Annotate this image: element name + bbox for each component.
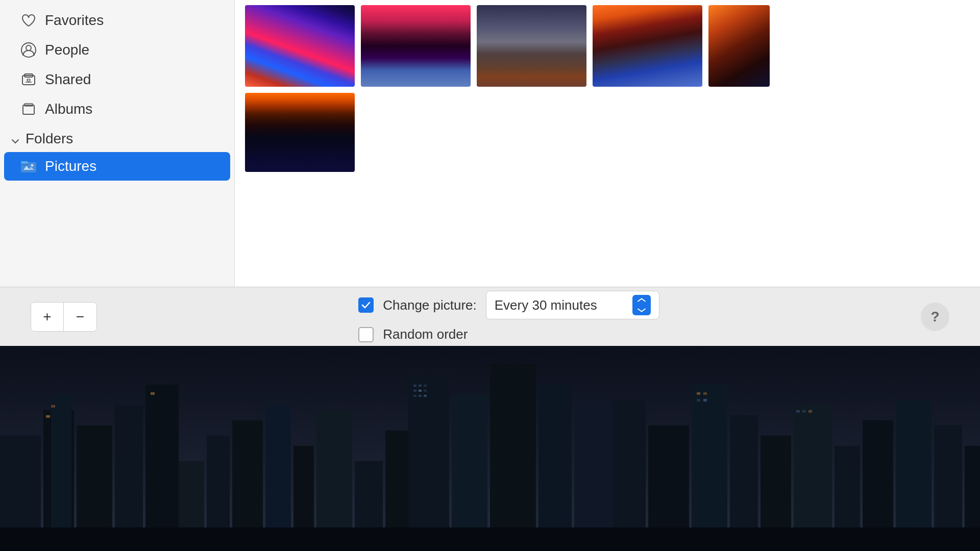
svg-rect-37 — [413, 385, 416, 387]
sidebar: Favorites People — [0, 0, 235, 287]
dropdown-arrows-icon — [632, 295, 651, 315]
top-panel: Favorites People — [0, 0, 980, 287]
svg-rect-61 — [796, 410, 800, 413]
person-circle-icon — [19, 41, 38, 59]
svg-rect-38 — [419, 385, 422, 387]
svg-rect-48 — [692, 385, 727, 551]
sidebar-item-favorites[interactable]: Favorites — [4, 6, 230, 35]
change-picture-row: Change picture: Every 30 minutes — [358, 291, 659, 319]
shared-icon — [19, 70, 38, 89]
change-picture-checkbox[interactable] — [358, 297, 374, 313]
svg-rect-20 — [145, 385, 179, 551]
photo-grid — [235, 0, 980, 287]
random-order-row: Random order — [358, 327, 659, 342]
add-button[interactable]: + — [31, 303, 64, 331]
sidebar-label-favorites: Favorites — [45, 12, 104, 29]
bottom-toolbar: + − Change picture: Every 30 minutes — [0, 287, 980, 346]
folders-label: Folders — [26, 131, 73, 147]
main-container: Favorites People — [0, 0, 980, 551]
svg-rect-23 — [151, 392, 155, 395]
svg-rect-65 — [0, 548, 980, 551]
pictures-folder-icon — [19, 157, 38, 176]
interval-dropdown[interactable]: Every 30 minutes — [486, 291, 659, 319]
chevron-down-icon — [10, 134, 20, 144]
svg-rect-40 — [413, 390, 416, 392]
svg-rect-35 — [538, 385, 572, 551]
change-picture-section: Change picture: Every 30 minutes — [358, 291, 659, 342]
svg-rect-10 — [21, 161, 28, 164]
svg-point-1 — [26, 45, 31, 51]
city-skyline-svg — [0, 346, 980, 551]
svg-rect-45 — [424, 395, 427, 397]
svg-rect-22 — [51, 405, 55, 408]
svg-point-4 — [27, 79, 30, 81]
photo-storm-road[interactable] — [477, 5, 586, 87]
photo-mountain-sunset[interactable] — [245, 93, 355, 172]
svg-rect-58 — [703, 392, 707, 395]
svg-rect-59 — [697, 399, 700, 402]
svg-rect-33 — [452, 395, 487, 551]
change-picture-label: Change picture: — [383, 297, 477, 313]
photo-row-1 — [245, 5, 970, 87]
photo-pier-sunset[interactable] — [593, 5, 702, 87]
sidebar-folders-header[interactable]: Folders — [0, 124, 234, 151]
svg-rect-34 — [490, 364, 536, 551]
sidebar-item-albums[interactable]: Albums — [4, 95, 230, 123]
city-background — [0, 346, 980, 551]
svg-rect-32 — [408, 374, 449, 551]
photo-row-2 — [245, 93, 970, 172]
svg-rect-42 — [424, 390, 427, 392]
remove-button[interactable]: − — [64, 303, 96, 331]
album-icon — [19, 100, 38, 118]
sidebar-label-pictures: Pictures — [45, 158, 96, 174]
random-order-label: Random order — [383, 327, 468, 342]
svg-rect-44 — [419, 395, 422, 397]
svg-rect-57 — [697, 392, 700, 395]
svg-rect-62 — [802, 410, 806, 413]
svg-rect-21 — [46, 415, 50, 418]
photo-aurora[interactable] — [245, 5, 355, 87]
svg-rect-41 — [419, 390, 422, 392]
sidebar-label-shared: Shared — [45, 71, 91, 88]
sidebar-label-albums: Albums — [45, 101, 92, 117]
heart-icon — [19, 11, 38, 30]
svg-point-13 — [31, 164, 34, 167]
svg-rect-39 — [424, 385, 427, 387]
photo-extra[interactable] — [708, 5, 770, 87]
interval-value: Every 30 minutes — [495, 297, 632, 313]
sidebar-item-pictures[interactable]: Pictures — [4, 152, 230, 181]
random-order-checkbox[interactable] — [358, 327, 374, 342]
photo-sunset-palms[interactable] — [361, 5, 471, 87]
svg-rect-63 — [808, 410, 812, 413]
svg-rect-64 — [0, 528, 980, 551]
svg-rect-17 — [51, 395, 71, 551]
sidebar-item-people[interactable]: People — [4, 36, 230, 64]
svg-rect-43 — [413, 395, 416, 397]
help-button[interactable]: ? — [921, 303, 949, 331]
sidebar-label-people: People — [45, 42, 89, 58]
sidebar-item-shared[interactable]: Shared — [4, 65, 230, 94]
add-remove-button-group: + − — [31, 302, 97, 332]
svg-rect-60 — [703, 399, 707, 402]
